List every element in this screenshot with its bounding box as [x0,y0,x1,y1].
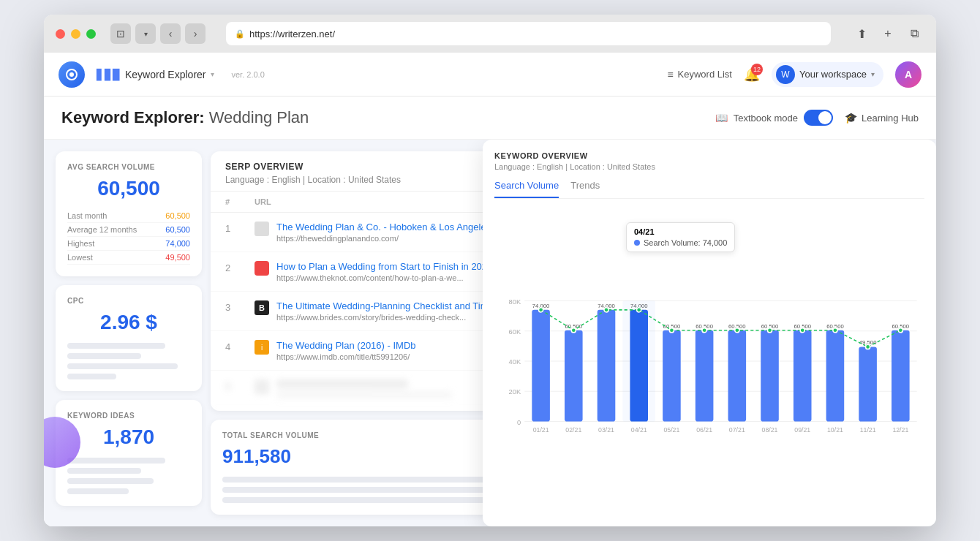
version-badge: ver. 2.0.0 [232,70,265,79]
tab-trends[interactable]: Trends [570,180,600,198]
svg-text:03/21: 03/21 [598,426,614,434]
tooltip-label: Search Volume: 74,000 [644,238,727,247]
back-button[interactable]: ‹ [160,23,181,44]
svg-text:04/21: 04/21 [631,426,647,434]
svg-rect-16 [598,310,616,422]
keyword-overview-meta: Language : English | Location : United S… [494,162,924,171]
svg-point-40 [669,328,674,333]
left-panels: AVG SEARCH VOLUME 60,500 Last month 60,5… [56,151,202,515]
avg-12-label: Average 12 months [67,225,137,234]
browser-titlebar: ⊡ ▾ ‹ › 🔒 https://writerzen.net/ ⬆ + ⧉ [44,15,936,53]
svg-point-44 [800,328,804,333]
avg-search-volume-card: AVG SEARCH VOLUME 60,500 Last month 60,5… [56,151,202,276]
graduation-icon: 🎓 [845,112,857,124]
svg-text:0: 0 [517,419,521,426]
sidebar-toggle-button[interactable]: ⊡ [110,23,131,44]
placeholder-line [67,468,141,474]
favicon [255,261,269,276]
workspace-label: Your workspace [799,69,867,80]
keyword-list-label: Keyword List [678,69,732,80]
svg-text:60K: 60K [509,328,521,336]
placeholder-line [67,363,178,369]
textbook-mode-label: Textbook mode [734,113,798,124]
share-button[interactable]: ⬆ [851,23,872,44]
last-month-row: Last month 60,500 [67,209,190,223]
svg-point-41 [702,328,706,333]
new-tab-button[interactable]: + [878,23,898,44]
svg-rect-20 [663,330,681,422]
keyword-ideas-placeholder [67,458,190,494]
learning-hub-label: Learning Hub [862,113,919,124]
svg-point-1 [69,72,74,77]
tab-search-volume[interactable]: Search Volume [494,180,559,198]
svg-rect-26 [761,330,779,422]
svg-text:05/21: 05/21 [663,426,679,434]
avg-search-volume-label: AVG SEARCH VOLUME [67,163,190,171]
chevron-down-icon: ▾ [871,70,875,78]
svg-text:11/21: 11/21 [860,426,876,434]
app-content: ▋▊▉ Keyword Explorer ▾ ver. 2.0.0 ≡ Keyw… [44,53,936,526]
favicon [255,222,269,236]
forward-button[interactable]: › [185,23,206,44]
logo-area [59,61,85,88]
svg-point-47 [898,328,902,333]
cpc-placeholder [67,343,190,379]
svg-text:08/21: 08/21 [762,426,778,434]
header-actions: 📖 Textbook mode 🎓 Learning Hub [715,110,919,126]
minimize-button[interactable] [71,29,80,39]
chevron-down-icon: ▾ [211,70,214,78]
col-num-header: # [225,197,255,206]
learning-hub-button[interactable]: 🎓 Learning Hub [845,112,919,124]
url-bar[interactable]: 🔒 https://writerzen.net/ [226,22,831,45]
nav-right: ≡ Keyword List 🔔 12 W Your workspace ▾ A [667,61,921,88]
workspace-icon: W [776,65,795,84]
url-text: https://writerzen.net/ [249,29,335,39]
serp-rank: 3 [225,300,255,313]
textbook-mode-toggle[interactable]: 📖 Textbook mode [715,110,833,126]
svg-point-37 [571,328,576,333]
lowest-label: Lowest [67,253,93,262]
page-title: Keyword Explorer: Wedding Plan [61,108,309,127]
notification-button[interactable]: 🔔 12 [744,67,760,83]
svg-text:09/21: 09/21 [794,426,810,434]
highest-row: Highest 74,000 [67,237,190,251]
cpc-label: CPC [67,297,190,305]
textbook-toggle-switch[interactable] [804,110,833,126]
favicon [255,379,269,394]
svg-rect-22 [696,330,714,422]
avatar[interactable]: A [895,61,921,88]
svg-text:80K: 80K [509,298,521,306]
avg-12-row: Average 12 months 60,500 [67,223,190,237]
placeholder-line [67,478,154,484]
tool-name-label: Keyword Explorer [125,69,206,80]
svg-rect-14 [565,330,583,422]
serp-rank: 1 [225,222,255,234]
traffic-lights [56,29,96,39]
search-volume-chart: 80K60K40K20K074,00060,50074,00074,00060,… [494,208,924,515]
browser-actions: ⬆ + ⧉ [851,23,924,44]
workspace-button[interactable]: W Your workspace ▾ [772,62,883,87]
keyword-explorer-nav[interactable]: ▋▊▉ Keyword Explorer ▾ [97,69,214,80]
dot-icon [634,240,640,246]
lowest-row: Lowest 49,500 [67,251,190,265]
close-button[interactable] [56,29,65,39]
chart-tooltip: 04/21 Search Volume: 74,000 [626,222,735,252]
svg-text:02/21: 02/21 [565,426,581,434]
keyword-list-button[interactable]: ≡ Keyword List [667,69,732,80]
svg-point-43 [767,328,772,333]
toggle-knob [818,111,832,124]
svg-point-38 [604,308,608,312]
chevron-down-icon[interactable]: ▾ [135,23,156,44]
keyword-ideas-label: KEYWORD IDEAS [67,412,190,420]
browser-window: ⊡ ▾ ‹ › 🔒 https://writerzen.net/ ⬆ + ⧉ [44,15,936,526]
split-view-button[interactable]: ⧉ [904,23,924,44]
cpc-card: CPC 2.96 $ [56,285,202,391]
maximize-button[interactable] [86,29,96,39]
serp-rank: 2 [225,261,255,273]
svg-text:07/21: 07/21 [729,426,745,434]
app-logo [59,61,85,88]
serp-rank: 5 [225,379,255,392]
svg-rect-12 [532,310,550,422]
svg-text:06/21: 06/21 [696,426,712,434]
highest-value: 74,000 [165,239,190,248]
